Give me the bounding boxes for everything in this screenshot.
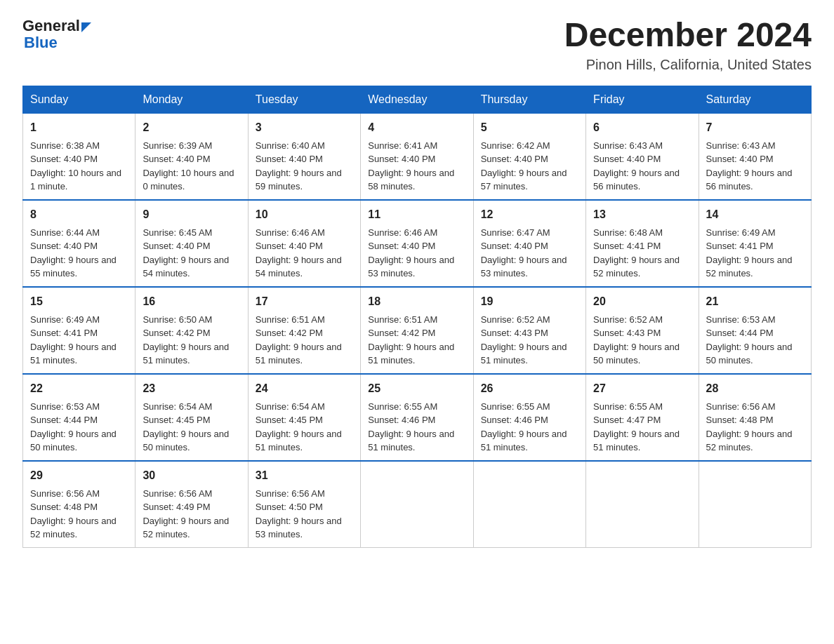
calendar-cell — [473, 461, 585, 548]
day-info: Sunrise: 6:47 AMSunset: 4:40 PMDaylight:… — [481, 227, 567, 279]
day-info: Sunrise: 6:51 AMSunset: 4:42 PMDaylight:… — [368, 314, 454, 366]
calendar-cell: 2 Sunrise: 6:39 AMSunset: 4:40 PMDayligh… — [135, 113, 248, 200]
calendar-cell: 14 Sunrise: 6:49 AMSunset: 4:41 PMDaylig… — [699, 200, 811, 287]
col-header-monday: Monday — [135, 86, 248, 113]
calendar-cell: 3 Sunrise: 6:40 AMSunset: 4:40 PMDayligh… — [248, 113, 360, 200]
day-number: 1 — [30, 119, 128, 136]
logo-blue-text: Blue — [22, 34, 58, 52]
calendar-cell — [699, 461, 811, 548]
calendar-cell: 7 Sunrise: 6:43 AMSunset: 4:40 PMDayligh… — [699, 113, 811, 200]
col-header-sunday: Sunday — [23, 86, 135, 113]
day-info: Sunrise: 6:42 AMSunset: 4:40 PMDaylight:… — [481, 140, 567, 192]
col-header-tuesday: Tuesday — [248, 86, 360, 113]
day-number: 12 — [481, 206, 578, 223]
day-info: Sunrise: 6:56 AMSunset: 4:48 PMDaylight:… — [706, 401, 793, 453]
day-info: Sunrise: 6:40 AMSunset: 4:40 PMDaylight:… — [256, 140, 342, 192]
col-header-friday: Friday — [586, 86, 699, 113]
calendar-cell: 4 Sunrise: 6:41 AMSunset: 4:40 PMDayligh… — [361, 113, 473, 200]
calendar-header-row: SundayMondayTuesdayWednesdayThursdayFrid… — [23, 86, 812, 113]
week-row-2: 8 Sunrise: 6:44 AMSunset: 4:40 PMDayligh… — [23, 200, 812, 287]
day-number: 14 — [706, 206, 804, 223]
day-info: Sunrise: 6:49 AMSunset: 4:41 PMDaylight:… — [30, 314, 117, 366]
calendar-cell: 16 Sunrise: 6:50 AMSunset: 4:42 PMDaylig… — [135, 287, 248, 374]
day-number: 17 — [256, 293, 353, 310]
day-info: Sunrise: 6:54 AMSunset: 4:45 PMDaylight:… — [256, 401, 342, 453]
week-row-4: 22 Sunrise: 6:53 AMSunset: 4:44 PMDaylig… — [23, 374, 812, 461]
calendar-cell: 25 Sunrise: 6:55 AMSunset: 4:46 PMDaylig… — [361, 374, 473, 461]
day-number: 27 — [593, 380, 691, 397]
day-number: 23 — [143, 380, 240, 397]
calendar-cell: 24 Sunrise: 6:54 AMSunset: 4:45 PMDaylig… — [248, 374, 360, 461]
calendar-cell: 6 Sunrise: 6:43 AMSunset: 4:40 PMDayligh… — [586, 113, 699, 200]
day-info: Sunrise: 6:56 AMSunset: 4:49 PMDaylight:… — [143, 488, 229, 540]
day-info: Sunrise: 6:44 AMSunset: 4:40 PMDaylight:… — [30, 227, 117, 279]
calendar-cell: 21 Sunrise: 6:53 AMSunset: 4:44 PMDaylig… — [699, 287, 811, 374]
calendar-cell: 22 Sunrise: 6:53 AMSunset: 4:44 PMDaylig… — [23, 374, 135, 461]
day-info: Sunrise: 6:50 AMSunset: 4:42 PMDaylight:… — [143, 314, 229, 366]
day-number: 15 — [30, 293, 128, 310]
day-info: Sunrise: 6:56 AMSunset: 4:48 PMDaylight:… — [30, 488, 117, 540]
day-number: 8 — [30, 206, 128, 223]
day-number: 7 — [706, 119, 804, 136]
calendar-cell: 19 Sunrise: 6:52 AMSunset: 4:43 PMDaylig… — [473, 287, 585, 374]
week-row-5: 29 Sunrise: 6:56 AMSunset: 4:48 PMDaylig… — [23, 461, 812, 548]
day-info: Sunrise: 6:55 AMSunset: 4:47 PMDaylight:… — [593, 401, 680, 453]
day-number: 5 — [481, 119, 578, 136]
day-info: Sunrise: 6:43 AMSunset: 4:40 PMDaylight:… — [593, 140, 680, 192]
day-number: 13 — [593, 206, 691, 223]
calendar-cell: 30 Sunrise: 6:56 AMSunset: 4:49 PMDaylig… — [135, 461, 248, 548]
calendar-cell — [361, 461, 473, 548]
day-info: Sunrise: 6:48 AMSunset: 4:41 PMDaylight:… — [593, 227, 680, 279]
logo-general-text: General — [22, 17, 80, 35]
day-info: Sunrise: 6:39 AMSunset: 4:40 PMDaylight:… — [143, 140, 234, 192]
day-number: 18 — [368, 293, 465, 310]
calendar-cell: 27 Sunrise: 6:55 AMSunset: 4:47 PMDaylig… — [586, 374, 699, 461]
day-number: 9 — [143, 206, 240, 223]
day-number: 21 — [706, 293, 804, 310]
day-info: Sunrise: 6:53 AMSunset: 4:44 PMDaylight:… — [30, 401, 117, 453]
day-info: Sunrise: 6:51 AMSunset: 4:42 PMDaylight:… — [256, 314, 342, 366]
day-number: 31 — [256, 467, 353, 484]
day-info: Sunrise: 6:55 AMSunset: 4:46 PMDaylight:… — [368, 401, 454, 453]
calendar-cell: 26 Sunrise: 6:55 AMSunset: 4:46 PMDaylig… — [473, 374, 585, 461]
calendar-title: December 2024 — [564, 17, 812, 54]
day-number: 11 — [368, 206, 465, 223]
day-number: 25 — [368, 380, 465, 397]
calendar-cell — [586, 461, 699, 548]
logo: General Blue — [22, 17, 91, 52]
day-number: 6 — [593, 119, 691, 136]
day-info: Sunrise: 6:49 AMSunset: 4:41 PMDaylight:… — [706, 227, 793, 279]
day-info: Sunrise: 6:54 AMSunset: 4:45 PMDaylight:… — [143, 401, 229, 453]
day-info: Sunrise: 6:56 AMSunset: 4:50 PMDaylight:… — [256, 488, 342, 540]
calendar-cell: 8 Sunrise: 6:44 AMSunset: 4:40 PMDayligh… — [23, 200, 135, 287]
calendar-cell: 28 Sunrise: 6:56 AMSunset: 4:48 PMDaylig… — [699, 374, 811, 461]
day-number: 26 — [481, 380, 578, 397]
calendar-subtitle: Pinon Hills, California, United States — [564, 57, 812, 73]
day-number: 29 — [30, 467, 128, 484]
day-number: 10 — [256, 206, 353, 223]
calendar-cell: 5 Sunrise: 6:42 AMSunset: 4:40 PMDayligh… — [473, 113, 585, 200]
day-number: 3 — [256, 119, 353, 136]
calendar-cell: 31 Sunrise: 6:56 AMSunset: 4:50 PMDaylig… — [248, 461, 360, 548]
col-header-saturday: Saturday — [699, 86, 811, 113]
day-info: Sunrise: 6:52 AMSunset: 4:43 PMDaylight:… — [481, 314, 567, 366]
calendar-cell: 17 Sunrise: 6:51 AMSunset: 4:42 PMDaylig… — [248, 287, 360, 374]
day-info: Sunrise: 6:41 AMSunset: 4:40 PMDaylight:… — [368, 140, 454, 192]
day-number: 19 — [481, 293, 578, 310]
day-info: Sunrise: 6:53 AMSunset: 4:44 PMDaylight:… — [706, 314, 793, 366]
col-header-wednesday: Wednesday — [361, 86, 473, 113]
calendar-cell: 12 Sunrise: 6:47 AMSunset: 4:40 PMDaylig… — [473, 200, 585, 287]
calendar-cell: 29 Sunrise: 6:56 AMSunset: 4:48 PMDaylig… — [23, 461, 135, 548]
day-info: Sunrise: 6:46 AMSunset: 4:40 PMDaylight:… — [368, 227, 454, 279]
day-number: 30 — [143, 467, 240, 484]
day-number: 24 — [256, 380, 353, 397]
calendar-cell: 23 Sunrise: 6:54 AMSunset: 4:45 PMDaylig… — [135, 374, 248, 461]
calendar-cell: 10 Sunrise: 6:46 AMSunset: 4:40 PMDaylig… — [248, 200, 360, 287]
day-info: Sunrise: 6:38 AMSunset: 4:40 PMDaylight:… — [30, 140, 121, 192]
calendar-table: SundayMondayTuesdayWednesdayThursdayFrid… — [22, 86, 812, 548]
day-number: 22 — [30, 380, 128, 397]
calendar-cell: 13 Sunrise: 6:48 AMSunset: 4:41 PMDaylig… — [586, 200, 699, 287]
day-number: 2 — [143, 119, 240, 136]
calendar-cell: 18 Sunrise: 6:51 AMSunset: 4:42 PMDaylig… — [361, 287, 473, 374]
calendar-cell: 9 Sunrise: 6:45 AMSunset: 4:40 PMDayligh… — [135, 200, 248, 287]
